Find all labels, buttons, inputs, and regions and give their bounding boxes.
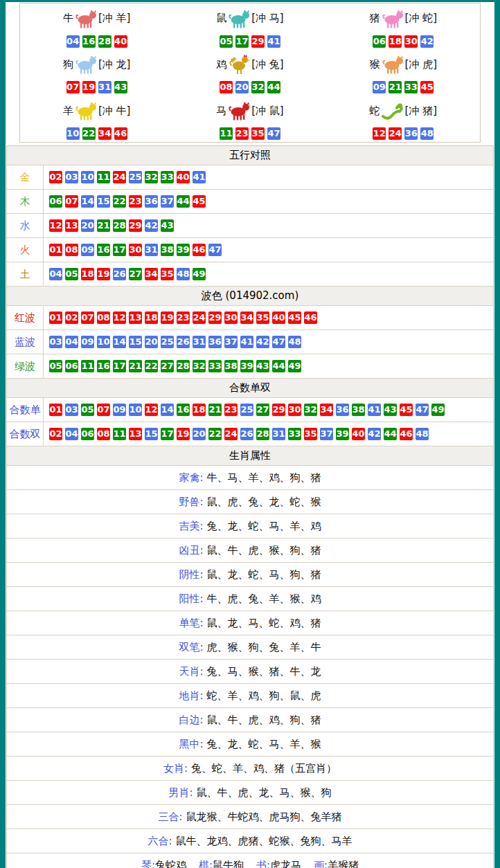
arts-label: 书: (256, 859, 270, 868)
number-ball: 28 (98, 35, 111, 48)
number-ball: 30 (288, 404, 301, 416)
attribute-value: 鼠牛、龙鸡、虎猪、蛇猴、兔狗、马羊 (176, 835, 352, 848)
attribute-label: 阳性: (179, 593, 203, 606)
attribute-value: 鼠、龙、蛇、马、狗、猪 (207, 568, 321, 581)
number-ball: 21 (129, 360, 142, 372)
attribute-value: 鼠、龙、马、蛇、鸡、猪 (207, 617, 321, 630)
number-ball: 47 (267, 127, 280, 140)
number-ball: 35 (256, 311, 269, 324)
number-ball: 34 (240, 311, 253, 324)
number-ball: 34 (145, 268, 158, 280)
number-ball: 18 (389, 35, 402, 48)
number-ball: 17 (161, 428, 174, 440)
attribute-row: 凶丑:鼠、牛、虎、猴、狗、猪 (7, 539, 493, 563)
zodiac-name: 鸡 (216, 58, 226, 71)
row-label: 绿波 (7, 354, 44, 378)
number-ball: 34 (98, 127, 111, 140)
number-ball: 10 (129, 404, 142, 416)
number-ball: 03 (65, 171, 78, 183)
attribute-value: 兔、马、猴、猪、牛、龙 (207, 665, 321, 678)
arts-attribute-row: 琴:兔蛇鸡棋:鼠牛狗书:虎龙马画:羊猴猪 (7, 853, 493, 868)
number-ball: 15 (129, 336, 142, 348)
number-ball: 26 (240, 428, 253, 440)
number-ball: 26 (113, 268, 126, 280)
number-ball: 45 (193, 195, 206, 208)
row-label: 红波 (7, 306, 44, 329)
section-header-five-elements: 五行对照 (7, 146, 493, 165)
number-ball: 21 (389, 81, 402, 93)
number-ball: 04 (65, 428, 78, 440)
zodiac-name-line: 蛇[冲 猪] (370, 98, 437, 124)
number-ball: 07 (65, 195, 78, 208)
number-ball: 03 (65, 404, 78, 416)
attribute-value: 兔、龙、蛇、马、羊、猴 (207, 738, 321, 751)
snake-icon (381, 100, 404, 121)
number-ball: 25 (129, 171, 142, 183)
zodiac-name: 蛇 (370, 105, 380, 118)
number-ball: 22 (113, 195, 126, 208)
number-ball: 37 (161, 195, 174, 208)
zodiac-clash-grid: 牛[冲 羊]04162840鼠[冲 马]05172941猪[冲 蛇]061830… (19, 3, 481, 143)
attribute-row: 阳性:牛、虎、兔、羊、猴、鸡 (7, 587, 493, 611)
attribute-label: 黑中: (179, 738, 203, 751)
zodiac-name-line: 猪[冲 蛇] (370, 6, 437, 32)
number-ball: 27 (129, 268, 142, 280)
zodiac-cell: 猴[冲 虎]09213345 (327, 50, 480, 96)
number-ball: 42 (420, 35, 434, 48)
row-numbers: 0204060811131517192022242628313335373940… (44, 422, 430, 446)
zodiac-numbers: 05172941 (218, 34, 282, 48)
attribute-label: 六合: (148, 835, 172, 848)
table-row: 红波0102070812131819232429303435404546 (7, 306, 493, 330)
number-ball: 12 (373, 127, 386, 140)
zodiac-numbers: 11233547 (218, 126, 282, 140)
row-numbers: 1213202128294243 (44, 214, 175, 237)
number-ball: 31 (145, 244, 158, 256)
table-row: 绿波05061116172122272832333839434449 (7, 354, 493, 379)
number-ball: 11 (81, 360, 94, 372)
number-ball: 04 (49, 268, 62, 280)
number-ball: 40 (272, 311, 285, 324)
number-ball: 43 (384, 404, 397, 416)
number-ball: 09 (81, 244, 94, 256)
number-ball: 36 (208, 336, 222, 348)
number-ball: 16 (177, 404, 190, 416)
number-ball: 38 (352, 404, 365, 416)
number-ball: 13 (129, 428, 142, 440)
attribute-label: 地肖: (179, 689, 203, 703)
number-ball: 20 (235, 81, 249, 93)
number-ball: 32 (193, 360, 206, 372)
attribute-label: 天肖: (179, 665, 203, 678)
attribute-row: 六合:鼠牛、龙鸡、虎猪、蛇猴、兔狗、马羊 (7, 829, 493, 853)
left-frame-bar (0, 0, 6, 868)
row-label: 金 (7, 165, 44, 189)
arts-segment: 画:羊猴猪 (314, 859, 359, 868)
attribute-row: 男肖:鼠、牛、虎、龙、马、猴、狗 (7, 781, 493, 805)
zodiac-cell: 牛[冲 羊]04162840 (20, 3, 173, 50)
row-label: 水 (7, 214, 44, 237)
top-frame-bar (0, 0, 500, 2)
number-ball: 24 (389, 127, 402, 140)
number-ball: 07 (97, 404, 110, 416)
row-numbers: 0102070812131819232429303435404546 (44, 306, 319, 329)
row-label: 合数双 (7, 422, 44, 446)
number-ball: 29 (129, 219, 142, 232)
number-ball: 16 (97, 360, 110, 372)
number-ball: 40 (352, 428, 365, 440)
number-ball: 05 (49, 360, 62, 372)
zodiac-name-line: 鸡[冲 兔] (216, 51, 283, 78)
number-ball: 05 (220, 35, 233, 48)
number-ball: 12 (49, 219, 62, 232)
number-ball: 33 (161, 171, 174, 183)
row-numbers: 0108091617303138394647 (44, 238, 223, 262)
arts-label: 琴: (141, 859, 155, 868)
attribute-value: 蛇、羊、鸡、狗、鼠、虎 (207, 689, 321, 703)
attribute-value: 鼠龙猴、牛蛇鸡、虎马狗、兔羊猪 (186, 811, 342, 824)
number-ball: 42 (145, 219, 158, 232)
zodiac-name: 猪 (370, 12, 380, 25)
attribute-label: 野兽: (179, 496, 203, 509)
number-ball: 10 (81, 171, 94, 183)
number-ball: 21 (208, 404, 222, 416)
number-ball: 11 (220, 127, 233, 140)
number-ball: 45 (420, 81, 434, 93)
number-ball: 43 (161, 219, 174, 232)
